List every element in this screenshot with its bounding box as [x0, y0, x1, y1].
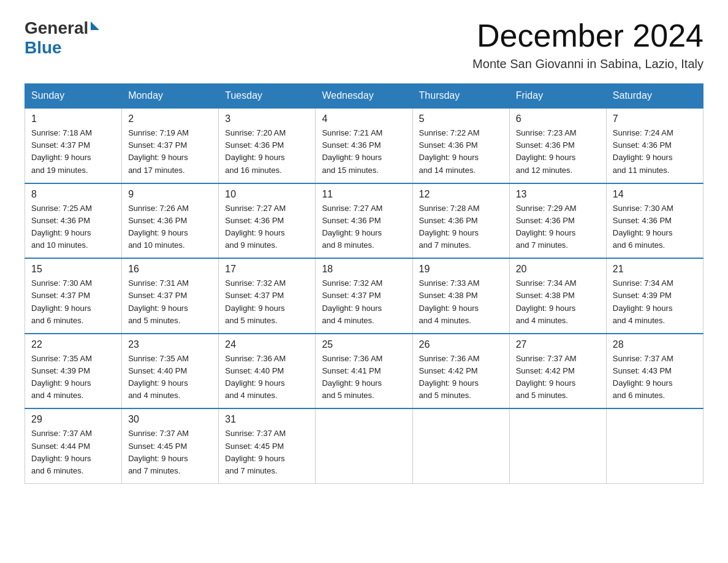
table-row: 27 Sunrise: 7:37 AM Sunset: 4:42 PM Dayl… [509, 334, 606, 409]
page-header: General Blue December 2024 Monte San Gio… [25, 18, 703, 71]
table-row: 15 Sunrise: 7:30 AM Sunset: 4:37 PM Dayl… [25, 258, 122, 334]
table-row: 31 Sunrise: 7:37 AM Sunset: 4:45 PM Dayl… [219, 408, 316, 483]
logo-general: General [25, 18, 99, 38]
day-info: Sunrise: 7:37 AM Sunset: 4:45 PM Dayligh… [225, 427, 309, 477]
day-number: 31 [225, 414, 309, 425]
col-friday: Friday [509, 84, 606, 109]
table-row: 26 Sunrise: 7:36 AM Sunset: 4:42 PM Dayl… [412, 334, 509, 409]
table-row: 5 Sunrise: 7:22 AM Sunset: 4:36 PM Dayli… [412, 108, 509, 183]
table-row: 1 Sunrise: 7:18 AM Sunset: 4:37 PM Dayli… [25, 108, 122, 183]
day-info: Sunrise: 7:27 AM Sunset: 4:36 PM Dayligh… [322, 202, 406, 252]
table-row [509, 408, 606, 483]
day-number: 20 [516, 264, 600, 275]
table-row: 16 Sunrise: 7:31 AM Sunset: 4:37 PM Dayl… [122, 258, 219, 334]
day-number: 9 [128, 189, 212, 200]
day-number: 19 [419, 264, 503, 275]
day-number: 14 [613, 189, 697, 200]
table-row: 14 Sunrise: 7:30 AM Sunset: 4:36 PM Dayl… [606, 183, 703, 259]
table-row: 2 Sunrise: 7:19 AM Sunset: 4:37 PM Dayli… [122, 108, 219, 183]
day-number: 29 [31, 414, 115, 425]
day-number: 5 [419, 113, 503, 124]
day-info: Sunrise: 7:18 AM Sunset: 4:37 PM Dayligh… [31, 127, 115, 177]
day-number: 6 [516, 113, 600, 124]
day-number: 17 [225, 264, 309, 275]
day-number: 8 [31, 189, 115, 200]
title-section: December 2024 Monte San Giovanni in Sabi… [472, 18, 703, 71]
table-row: 29 Sunrise: 7:37 AM Sunset: 4:44 PM Dayl… [25, 408, 122, 483]
day-info: Sunrise: 7:25 AM Sunset: 4:36 PM Dayligh… [31, 202, 115, 252]
table-row: 3 Sunrise: 7:20 AM Sunset: 4:36 PM Dayli… [219, 108, 316, 183]
table-row [606, 408, 703, 483]
day-number: 7 [613, 113, 697, 124]
day-number: 26 [419, 339, 503, 350]
table-row: 7 Sunrise: 7:24 AM Sunset: 4:36 PM Dayli… [606, 108, 703, 183]
day-number: 24 [225, 339, 309, 350]
day-number: 27 [516, 339, 600, 350]
table-row: 18 Sunrise: 7:32 AM Sunset: 4:37 PM Dayl… [316, 258, 412, 334]
day-info: Sunrise: 7:22 AM Sunset: 4:36 PM Dayligh… [419, 127, 503, 177]
day-info: Sunrise: 7:37 AM Sunset: 4:44 PM Dayligh… [31, 427, 115, 477]
table-row [412, 408, 509, 483]
day-info: Sunrise: 7:30 AM Sunset: 4:36 PM Dayligh… [613, 202, 697, 252]
day-number: 4 [322, 113, 406, 124]
table-row: 13 Sunrise: 7:29 AM Sunset: 4:36 PM Dayl… [509, 183, 606, 259]
day-number: 25 [322, 339, 406, 350]
day-number: 30 [128, 414, 212, 425]
day-info: Sunrise: 7:34 AM Sunset: 4:38 PM Dayligh… [516, 277, 600, 327]
logo-general-text: General [25, 18, 88, 38]
day-number: 10 [225, 189, 309, 200]
day-number: 23 [128, 339, 212, 350]
table-row: 11 Sunrise: 7:27 AM Sunset: 4:36 PM Dayl… [316, 183, 412, 259]
table-row: 9 Sunrise: 7:26 AM Sunset: 4:36 PM Dayli… [122, 183, 219, 259]
day-number: 2 [128, 113, 212, 124]
day-info: Sunrise: 7:36 AM Sunset: 4:40 PM Dayligh… [225, 353, 309, 402]
day-info: Sunrise: 7:32 AM Sunset: 4:37 PM Dayligh… [322, 277, 406, 327]
table-row: 23 Sunrise: 7:35 AM Sunset: 4:40 PM Dayl… [122, 334, 219, 409]
day-info: Sunrise: 7:32 AM Sunset: 4:37 PM Dayligh… [225, 277, 309, 327]
day-info: Sunrise: 7:36 AM Sunset: 4:42 PM Dayligh… [419, 353, 503, 402]
table-row: 24 Sunrise: 7:36 AM Sunset: 4:40 PM Dayl… [219, 334, 316, 409]
day-info: Sunrise: 7:37 AM Sunset: 4:45 PM Dayligh… [128, 427, 212, 477]
table-row: 30 Sunrise: 7:37 AM Sunset: 4:45 PM Dayl… [122, 408, 219, 483]
day-info: Sunrise: 7:33 AM Sunset: 4:38 PM Dayligh… [419, 277, 503, 327]
table-row: 8 Sunrise: 7:25 AM Sunset: 4:36 PM Dayli… [25, 183, 122, 259]
table-row: 20 Sunrise: 7:34 AM Sunset: 4:38 PM Dayl… [509, 258, 606, 334]
day-info: Sunrise: 7:31 AM Sunset: 4:37 PM Dayligh… [128, 277, 212, 327]
day-info: Sunrise: 7:30 AM Sunset: 4:37 PM Dayligh… [31, 277, 115, 327]
day-info: Sunrise: 7:21 AM Sunset: 4:36 PM Dayligh… [322, 127, 406, 177]
day-info: Sunrise: 7:23 AM Sunset: 4:36 PM Dayligh… [516, 127, 600, 177]
week-row-1: 1 Sunrise: 7:18 AM Sunset: 4:37 PM Dayli… [25, 108, 703, 183]
week-row-4: 22 Sunrise: 7:35 AM Sunset: 4:39 PM Dayl… [25, 334, 703, 409]
table-row [316, 408, 412, 483]
day-info: Sunrise: 7:24 AM Sunset: 4:36 PM Dayligh… [613, 127, 697, 177]
table-row: 10 Sunrise: 7:27 AM Sunset: 4:36 PM Dayl… [219, 183, 316, 259]
day-info: Sunrise: 7:37 AM Sunset: 4:42 PM Dayligh… [516, 353, 600, 402]
col-monday: Monday [122, 84, 219, 109]
day-info: Sunrise: 7:19 AM Sunset: 4:37 PM Dayligh… [128, 127, 212, 177]
day-number: 18 [322, 264, 406, 275]
month-year-title: December 2024 [472, 18, 703, 53]
table-row: 21 Sunrise: 7:34 AM Sunset: 4:39 PM Dayl… [606, 258, 703, 334]
day-info: Sunrise: 7:26 AM Sunset: 4:36 PM Dayligh… [128, 202, 212, 252]
calendar-table: Sunday Monday Tuesday Wednesday Thursday… [25, 83, 703, 484]
week-row-3: 15 Sunrise: 7:30 AM Sunset: 4:37 PM Dayl… [25, 258, 703, 334]
table-row: 22 Sunrise: 7:35 AM Sunset: 4:39 PM Dayl… [25, 334, 122, 409]
logo-blue-text: Blue [25, 38, 62, 58]
week-row-2: 8 Sunrise: 7:25 AM Sunset: 4:36 PM Dayli… [25, 183, 703, 259]
logo-arrow-icon [91, 21, 99, 30]
day-number: 21 [613, 264, 697, 275]
day-info: Sunrise: 7:28 AM Sunset: 4:36 PM Dayligh… [419, 202, 503, 252]
day-number: 16 [128, 264, 212, 275]
day-info: Sunrise: 7:37 AM Sunset: 4:43 PM Dayligh… [613, 353, 697, 402]
day-info: Sunrise: 7:34 AM Sunset: 4:39 PM Dayligh… [613, 277, 697, 327]
table-row: 17 Sunrise: 7:32 AM Sunset: 4:37 PM Dayl… [219, 258, 316, 334]
col-sunday: Sunday [25, 84, 122, 109]
calendar-header-row: Sunday Monday Tuesday Wednesday Thursday… [25, 84, 703, 109]
day-number: 28 [613, 339, 697, 350]
table-row: 6 Sunrise: 7:23 AM Sunset: 4:36 PM Dayli… [509, 108, 606, 183]
location-subtitle: Monte San Giovanni in Sabina, Lazio, Ita… [472, 57, 703, 71]
day-number: 22 [31, 339, 115, 350]
col-saturday: Saturday [606, 84, 703, 109]
week-row-5: 29 Sunrise: 7:37 AM Sunset: 4:44 PM Dayl… [25, 408, 703, 483]
col-wednesday: Wednesday [316, 84, 412, 109]
